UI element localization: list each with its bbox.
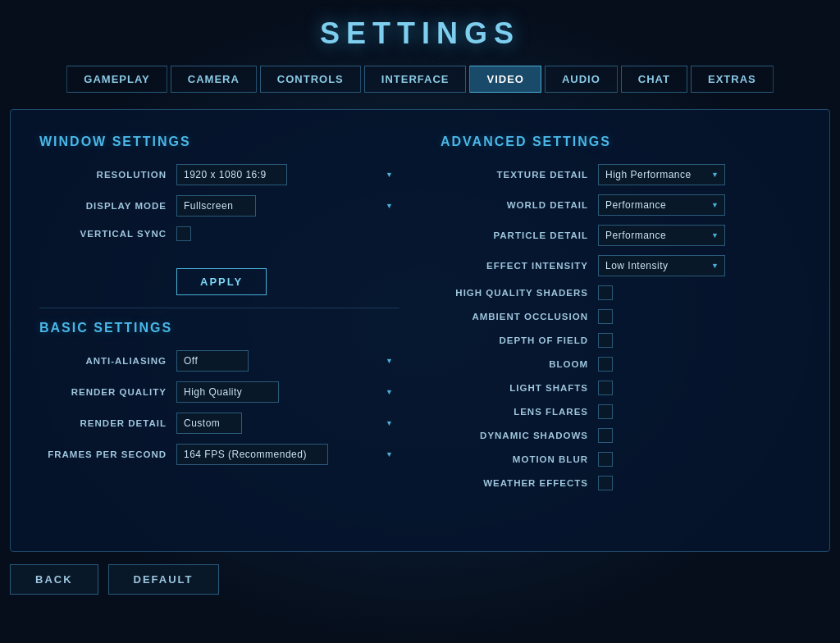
display-mode-label: DISPLAY MODE bbox=[39, 201, 167, 211]
render-quality-row: RENDER QUALITY High Quality Medium Quali… bbox=[39, 381, 399, 403]
window-settings-grid: RESOLUTION 1920 x 1080 16:9 1280 x 720 1… bbox=[39, 164, 399, 241]
vsync-label: VERTICAL SYNC bbox=[39, 229, 167, 239]
effect-intensity-dropdown-wrapper: Low Intensity Medium Intensity High Inte… bbox=[598, 255, 725, 276]
tab-interface[interactable]: INTERFACE bbox=[364, 66, 467, 93]
tabs-bar: GAMEPLAY CAMERA CONTROLS INTERFACE VIDEO… bbox=[10, 66, 830, 93]
world-detail-label: WORLD DETAIL bbox=[441, 200, 588, 210]
advanced-settings-title: ADVANCED SETTINGS bbox=[441, 135, 801, 149]
light-shafts-label: LIGHT SHAFTS bbox=[441, 383, 588, 393]
bloom-row: BLOOM bbox=[441, 357, 801, 372]
anti-aliasing-label: ANTI-ALIASING bbox=[39, 356, 167, 366]
fps-row: FRAMES PER SECOND 164 FPS (Recommended) … bbox=[39, 444, 399, 465]
motion-blur-label: MOTION BLUR bbox=[441, 454, 588, 464]
content-area: WINDOW SETTINGS RESOLUTION 1920 x 1080 1… bbox=[10, 109, 830, 552]
motion-blur-row: MOTION BLUR bbox=[441, 452, 801, 467]
vsync-checkbox[interactable] bbox=[176, 226, 191, 241]
tab-camera[interactable]: CAMERA bbox=[171, 66, 257, 93]
motion-blur-checkbox[interactable] bbox=[598, 452, 613, 467]
texture-detail-dropdown-wrapper: High Performance High Medium Low bbox=[598, 164, 725, 185]
right-panel: ADVANCED SETTINGS TEXTURE DETAIL High Pe… bbox=[441, 135, 801, 531]
weather-effects-label: WEATHER EFFECTS bbox=[441, 478, 588, 488]
advanced-settings-grid: TEXTURE DETAIL High Performance High Med… bbox=[441, 164, 801, 490]
dynamic-shadows-row: DYNAMIC SHADOWS bbox=[441, 428, 801, 443]
divider bbox=[39, 308, 399, 308]
fps-label: FRAMES PER SECOND bbox=[39, 449, 167, 459]
tab-chat[interactable]: CHAT bbox=[621, 66, 687, 93]
display-mode-row: DISPLAY MODE Fullscreen Windowed Borderl… bbox=[39, 195, 399, 217]
light-shafts-row: LIGHT SHAFTS bbox=[441, 381, 801, 395]
anti-aliasing-select[interactable]: Off FXAA MSAA 2x MSAA 4x bbox=[176, 350, 249, 372]
high-quality-shaders-label: HIGH QUALITY SHADERS bbox=[441, 288, 588, 298]
effect-intensity-select[interactable]: Low Intensity Medium Intensity High Inte… bbox=[598, 255, 725, 276]
tab-extras[interactable]: EXTRAS bbox=[691, 66, 774, 93]
fps-select[interactable]: 164 FPS (Recommended) 60 FPS 120 FPS Unl… bbox=[176, 444, 328, 465]
bloom-label: BLOOM bbox=[441, 359, 588, 369]
particle-detail-dropdown-wrapper: Performance High Medium Low bbox=[598, 225, 725, 246]
particle-detail-select[interactable]: Performance High Medium Low bbox=[598, 225, 725, 246]
resolution-select[interactable]: 1920 x 1080 16:9 1280 x 720 16:9 2560 x … bbox=[176, 164, 287, 185]
render-detail-dropdown-wrapper: Custom High Medium Low bbox=[176, 413, 399, 434]
bloom-checkbox[interactable] bbox=[598, 357, 613, 372]
apply-button[interactable]: APPLY bbox=[176, 268, 267, 295]
ambient-occlusion-label: AMBIENT OCCLUSION bbox=[441, 312, 588, 322]
depth-of-field-label: DEPTH OF FIELD bbox=[441, 335, 588, 345]
window-settings-title: WINDOW SETTINGS bbox=[39, 135, 399, 149]
render-quality-select[interactable]: High Quality Medium Quality Low Quality bbox=[176, 381, 279, 403]
effect-intensity-row: EFFECT INTENSITY Low Intensity Medium In… bbox=[441, 255, 801, 276]
particle-detail-label: PARTICLE DETAIL bbox=[441, 230, 588, 240]
lens-flares-label: LENS FLARES bbox=[441, 407, 588, 417]
display-mode-select[interactable]: Fullscreen Windowed Borderless bbox=[176, 195, 256, 217]
effect-intensity-label: EFFECT INTENSITY bbox=[441, 261, 588, 271]
tab-video[interactable]: VIDEO bbox=[469, 66, 541, 93]
render-quality-dropdown-wrapper: High Quality Medium Quality Low Quality bbox=[176, 381, 399, 403]
display-mode-dropdown-wrapper: Fullscreen Windowed Borderless bbox=[176, 195, 399, 217]
high-quality-shaders-row: HIGH QUALITY SHADERS bbox=[441, 285, 801, 300]
texture-detail-label: TEXTURE DETAIL bbox=[441, 170, 588, 180]
tab-audio[interactable]: AUDIO bbox=[545, 66, 618, 93]
light-shafts-checkbox[interactable] bbox=[598, 381, 613, 395]
lens-flares-row: LENS FLARES bbox=[441, 404, 801, 419]
page-title: SETTINGS bbox=[10, 16, 830, 51]
depth-of-field-checkbox[interactable] bbox=[598, 333, 613, 348]
anti-aliasing-row: ANTI-ALIASING Off FXAA MSAA 2x MSAA 4x bbox=[39, 350, 399, 372]
weather-effects-checkbox[interactable] bbox=[598, 476, 613, 490]
default-button[interactable]: DEFAULT bbox=[108, 564, 219, 595]
world-detail-dropdown-wrapper: Performance High Medium Low bbox=[598, 194, 725, 216]
render-detail-select[interactable]: Custom High Medium Low bbox=[176, 413, 242, 434]
tab-controls[interactable]: CONTROLS bbox=[260, 66, 361, 93]
ambient-occlusion-row: AMBIENT OCCLUSION bbox=[441, 309, 801, 324]
depth-of-field-row: DEPTH OF FIELD bbox=[441, 333, 801, 348]
dynamic-shadows-checkbox[interactable] bbox=[598, 428, 613, 443]
left-panel: WINDOW SETTINGS RESOLUTION 1920 x 1080 1… bbox=[39, 135, 399, 531]
ambient-occlusion-checkbox[interactable] bbox=[598, 309, 613, 324]
anti-aliasing-dropdown-wrapper: Off FXAA MSAA 2x MSAA 4x bbox=[176, 350, 399, 372]
particle-detail-row: PARTICLE DETAIL Performance High Medium … bbox=[441, 225, 801, 246]
basic-settings-grid: ANTI-ALIASING Off FXAA MSAA 2x MSAA 4x R… bbox=[39, 350, 399, 465]
vsync-row: VERTICAL SYNC bbox=[39, 226, 399, 241]
back-button[interactable]: BACK bbox=[10, 564, 98, 595]
lens-flares-checkbox[interactable] bbox=[598, 404, 613, 419]
render-detail-label: RENDER DETAIL bbox=[39, 418, 167, 428]
high-quality-shaders-checkbox[interactable] bbox=[598, 285, 613, 300]
weather-effects-row: WEATHER EFFECTS bbox=[441, 476, 801, 490]
tab-gameplay[interactable]: GAMEPLAY bbox=[66, 66, 167, 93]
fps-dropdown-wrapper: 164 FPS (Recommended) 60 FPS 120 FPS Unl… bbox=[176, 444, 399, 465]
resolution-dropdown-wrapper: 1920 x 1080 16:9 1280 x 720 16:9 2560 x … bbox=[176, 164, 399, 185]
world-detail-row: WORLD DETAIL Performance High Medium Low bbox=[441, 194, 801, 216]
bottom-bar: BACK DEFAULT bbox=[10, 552, 830, 599]
texture-detail-select[interactable]: High Performance High Medium Low bbox=[598, 164, 725, 185]
dynamic-shadows-label: DYNAMIC SHADOWS bbox=[441, 431, 588, 440]
render-detail-row: RENDER DETAIL Custom High Medium Low bbox=[39, 413, 399, 434]
resolution-row: RESOLUTION 1920 x 1080 16:9 1280 x 720 1… bbox=[39, 164, 399, 185]
basic-settings-title: BASIC SETTINGS bbox=[39, 321, 399, 335]
world-detail-select[interactable]: Performance High Medium Low bbox=[598, 194, 725, 216]
texture-detail-row: TEXTURE DETAIL High Performance High Med… bbox=[441, 164, 801, 185]
resolution-label: RESOLUTION bbox=[39, 170, 167, 180]
render-quality-label: RENDER QUALITY bbox=[39, 387, 167, 397]
